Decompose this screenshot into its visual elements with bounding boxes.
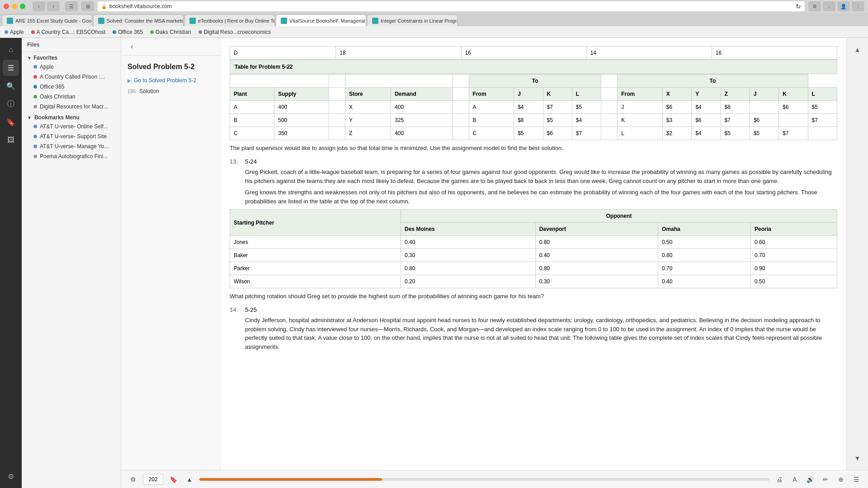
bookmark-tree-item-0[interactable]: AT&T U-verse- Online Self...	[28, 122, 121, 131]
store-x: X	[345, 101, 391, 114]
tab-label-t5: Integer Constraints in Linear Programmin…	[381, 18, 458, 23]
tab-t3[interactable]: 🌐eTextbooks | Rent or Buy Online Textboo…	[184, 14, 275, 26]
k-x: $3	[662, 114, 691, 127]
b-j: $8	[514, 114, 543, 127]
tab-t1[interactable]: 🌐ARE 155 Excel Study Guide - Google Shee…	[2, 14, 92, 26]
page-up-button[interactable]: ▲	[183, 473, 196, 486]
store-y: Y	[345, 114, 391, 127]
l-l	[808, 127, 837, 140]
settings-icon[interactable]: ⚙	[3, 468, 19, 484]
profile-button[interactable]: 👤	[837, 1, 850, 11]
url-text: bookshelf.vitalsource.com	[109, 3, 172, 9]
favorite-item-3[interactable]: Oaks Christian	[28, 92, 121, 102]
close-button[interactable]	[4, 4, 9, 9]
scroll-up-icon[interactable]: ▲	[849, 42, 866, 58]
j-header-right: J	[750, 88, 778, 101]
favorite-label-2: Office 365	[40, 84, 64, 90]
maximize-button[interactable]	[20, 4, 25, 9]
store-header: Store	[345, 88, 391, 101]
bookmark-tree-label-0: AT&T U-verse- Online Self...	[40, 123, 108, 130]
bookmark-toggle-button[interactable]: 🔖	[167, 473, 179, 486]
k-y: $6	[692, 114, 721, 127]
more-button[interactable]: ☰	[850, 473, 863, 486]
bookmark-dot-b5	[198, 30, 202, 34]
opponent-davenport-2: 0.80	[535, 262, 658, 275]
home-icon[interactable]: ⌂	[3, 42, 19, 58]
k-header-right: K	[779, 88, 808, 101]
bookmark-tree-item-3[interactable]: Poema Autobiografico Fini...	[28, 151, 121, 161]
bookmark-icon[interactable]: 🔖	[3, 114, 19, 130]
tab-t4[interactable]: 🌐VitalSource Bookshelf: Managerial Decis…	[276, 14, 366, 26]
info-icon[interactable]: ⓘ	[3, 96, 19, 112]
favorite-label-4: Digital Resources for Macr...	[40, 103, 108, 110]
bookmark-b3[interactable]: Office 365	[113, 29, 142, 35]
bookmark-tree-label-1: AT&T U-verse- Support Site	[40, 133, 107, 140]
image-icon[interactable]: 🖼	[3, 132, 19, 148]
highlight-button[interactable]: ✏	[819, 473, 832, 486]
bookmark-b4[interactable]: Oaks Christian	[150, 29, 191, 35]
opponent-des_moines-0: 0.40	[401, 236, 536, 249]
k-z: $7	[721, 114, 750, 127]
book-nav-link[interactable]: ▶ Go to Solved Problem 5-2	[121, 75, 220, 86]
favorite-dot-4	[33, 105, 37, 108]
bookmarks-caret: ▼	[27, 115, 32, 120]
extensions-button[interactable]: ⚙	[808, 1, 821, 11]
favorites-caret: ▼	[27, 56, 32, 61]
tab-t2[interactable]: 🌐Solved: Consider the MSA marketing rese…	[93, 14, 184, 26]
book-nav-back[interactable]: ‹	[126, 42, 138, 52]
audio-button[interactable]: 🔊	[804, 473, 816, 486]
favorite-dot-1	[33, 75, 37, 79]
bookmark-tree-item-1[interactable]: AT&T U-verse- Support Site	[28, 131, 121, 141]
forward-button[interactable]: ›	[47, 1, 60, 11]
copy-button[interactable]: ⊕	[835, 473, 847, 486]
book-nav-link-label[interactable]: Go to Solved Problem 5-2	[134, 77, 196, 84]
bookmark-dot-b4	[150, 30, 154, 34]
reading-area[interactable]: D 18 16 14 16 Table for Problem 5-22	[221, 38, 846, 470]
c-k: $6	[543, 127, 572, 140]
refresh-button[interactable]: ↻	[796, 3, 801, 10]
bookmark-b2[interactable]: A Country Ca...: EBSCOhost	[31, 29, 106, 35]
opponent-peoria-2: 0.90	[751, 262, 837, 275]
from-header-left: From	[469, 88, 514, 101]
menu-button[interactable]: ⋮	[852, 1, 864, 11]
favorite-item-4[interactable]: Digital Resources for Macr...	[28, 102, 121, 112]
print-button[interactable]: 🖨	[773, 473, 786, 486]
back-button[interactable]: ‹	[33, 1, 45, 11]
tab-overview[interactable]: ⊞	[81, 1, 94, 11]
content-area: ‹ Solved Problem 5-2 ▶ Go to Solved Prob…	[121, 38, 868, 488]
bookmark-b1[interactable]: Apple	[5, 29, 24, 35]
favorite-item-2[interactable]: Office 365	[28, 82, 121, 92]
download-button[interactable]: ↓	[823, 1, 835, 11]
list-icon[interactable]: ☰	[3, 60, 19, 76]
minimize-button[interactable]	[12, 4, 17, 9]
bookmark-tree-label-3: Poema Autobiografico Fini...	[40, 153, 108, 160]
problem-13-question: What pitching rotation should Greg set t…	[230, 292, 837, 301]
tab-t5[interactable]: 🌐Integer Constraints in Linear Programmi…	[367, 14, 458, 26]
url-bar[interactable]: 🔒 bookshelf.vitalsource.com ↻	[98, 1, 805, 11]
favorite-item-0[interactable]: Apple	[28, 62, 121, 72]
problem-14-header: 14. 5-25	[230, 305, 837, 314]
l-x: $2	[662, 127, 691, 140]
store-z: Z	[345, 127, 391, 140]
a-j: $4	[514, 101, 543, 114]
d-row-table: D 18 16 14 16	[230, 46, 837, 60]
bookmark-tree-item-2[interactable]: AT&T U-verse- Manage Yo...	[28, 141, 121, 151]
favorite-item-1[interactable]: A Country Called Prison :...	[28, 72, 121, 82]
davenport-header: Davenport	[535, 223, 658, 236]
opponent-row-0: Jones0.400.800.500.60	[230, 236, 837, 249]
settings-toolbar-icon[interactable]: ⚙	[127, 473, 139, 486]
font-size-button[interactable]: A	[788, 473, 801, 486]
l-header-right: L	[808, 88, 837, 101]
page-number-input[interactable]: 202	[143, 474, 163, 485]
sidebar-toggle[interactable]: ☰	[65, 1, 78, 11]
opponent-peoria-3: 0.50	[751, 275, 837, 288]
bookmark-b5[interactable]: Digital Reso...croeconomics	[198, 29, 271, 35]
main-content-row: ‹ Solved Problem 5-2 ▶ Go to Solved Prob…	[121, 38, 868, 470]
l-y: $4	[692, 127, 721, 140]
search-icon[interactable]: 🔍	[3, 78, 19, 94]
from-a: A	[469, 101, 514, 114]
bookmark-tree-dot-1	[33, 135, 37, 138]
scroll-down-icon[interactable]: ▼	[849, 450, 866, 466]
tab-favicon-t4: 🌐	[281, 18, 287, 24]
opponent-group-header: Opponent	[401, 210, 837, 223]
